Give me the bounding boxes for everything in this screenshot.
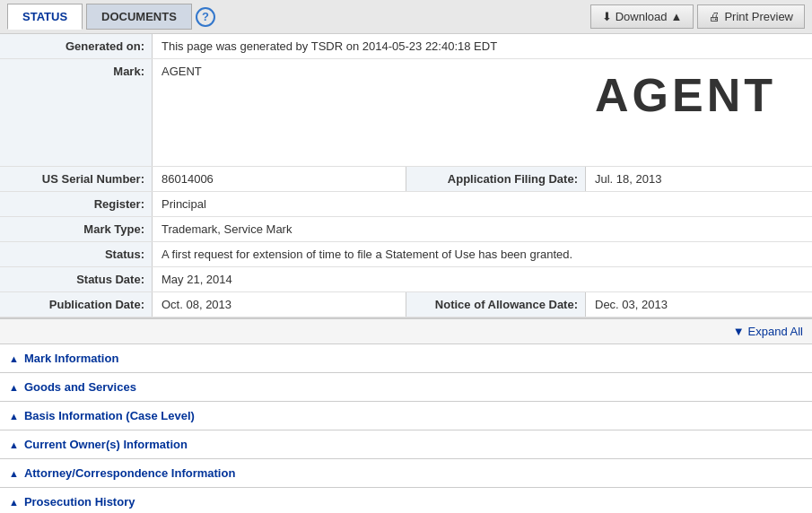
pub-date-col: Publication Date: Oct. 08, 2013 [0,292,406,317]
section-item[interactable]: ▲Goods and Services [0,373,812,402]
mark-type-label: Mark Type: [0,217,153,241]
section-item[interactable]: ▲Prosecution History [0,488,812,513]
status-row: Status: A first request for extension of… [0,242,812,267]
help-icon[interactable]: ? [196,7,215,27]
section-label: Goods and Services [24,380,136,394]
section-item[interactable]: ▲Basis Information (Case Level) [0,402,812,430]
generated-on-label: Generated on: [0,34,153,58]
status-label: Status: [0,242,153,266]
info-section: Generated on: This page was generated by… [0,34,812,318]
section-item[interactable]: ▲Mark Information [0,344,812,373]
mark-value-cell: AGENT AGENT [153,59,812,166]
section-expand-arrow-icon: ▲ [9,353,19,364]
section-item[interactable]: ▲Attorney/Correspondence Information [0,459,812,488]
pub-notice-row: Publication Date: Oct. 08, 2013 Notice o… [0,292,812,317]
generated-on-row: Generated on: This page was generated by… [0,34,812,59]
filing-date-col: Application Filing Date: Jul. 18, 2013 [406,167,812,191]
download-label: Download [616,10,668,23]
serial-filing-row: US Serial Number: 86014006 Application F… [0,167,812,192]
tab-status[interactable]: STATUS [7,4,83,30]
printer-icon: 🖨 [709,10,720,23]
download-button[interactable]: ⬇ Download ▲ [590,4,694,29]
sections-list: ▲Mark Information▲Goods and Services▲Bas… [0,344,812,513]
mark-image: AGENT [595,68,776,122]
register-label: Register: [0,192,153,216]
section-label: Basis Information (Case Level) [24,409,195,422]
notice-col: Notice of Allowance Date: Dec. 03, 2013 [406,292,812,317]
status-date-label: Status Date: [0,267,153,291]
expand-all-label: Expand All [748,325,803,338]
mark-row: Mark: AGENT AGENT [0,59,812,167]
sections-header: ▼ Expand All [0,318,812,344]
status-value: A first request for extension of time to… [153,242,812,266]
status-date-row: Status Date: May 21, 2014 [0,267,812,292]
generated-on-value: This page was generated by TSDR on 2014-… [153,34,812,58]
print-preview-button[interactable]: 🖨 Print Preview [697,4,805,29]
status-date-value: May 21, 2014 [153,267,812,291]
register-row: Register: Principal [0,192,812,217]
pub-date-label: Publication Date: [0,292,153,317]
section-expand-arrow-icon: ▲ [9,439,19,450]
dropdown-arrow-icon: ▲ [671,10,683,23]
section-expand-arrow-icon: ▲ [9,497,19,508]
section-item[interactable]: ▲Current Owner(s) Information [0,430,812,459]
tab-documents[interactable]: DOCUMENTS [86,4,192,30]
filing-date-label: Application Filing Date: [406,167,586,191]
expand-all-button[interactable]: ▼ Expand All [733,325,803,338]
section-label: Mark Information [24,352,118,365]
mark-label: Mark: [0,59,153,166]
notice-label: Notice of Allowance Date: [406,292,586,317]
toolbar: STATUS DOCUMENTS ? ⬇ Download ▲ 🖨 Print … [0,0,812,34]
mark-text-value: AGENT [162,65,202,78]
section-expand-arrow-icon: ▲ [9,468,19,479]
section-label: Attorney/Correspondence Information [24,466,235,480]
download-icon: ⬇ [602,10,612,23]
section-expand-arrow-icon: ▲ [9,411,19,422]
filing-date-value: Jul. 18, 2013 [586,167,812,191]
content-area: Generated on: This page was generated by… [0,34,812,513]
serial-label: US Serial Number: [0,167,153,191]
section-label: Prosecution History [24,495,135,509]
section-label: Current Owner(s) Information [24,438,188,451]
serial-value: 86014006 [153,167,406,191]
section-expand-arrow-icon: ▲ [9,382,19,393]
pub-date-value: Oct. 08, 2013 [153,292,406,317]
serial-col: US Serial Number: 86014006 [0,167,406,191]
mark-type-row: Mark Type: Trademark, Service Mark [0,217,812,242]
expand-all-arrow-icon: ▼ [733,325,745,338]
notice-value: Dec. 03, 2013 [586,292,812,317]
mark-type-value: Trademark, Service Mark [153,217,812,241]
register-value: Principal [153,192,812,216]
print-label: Print Preview [724,10,793,23]
